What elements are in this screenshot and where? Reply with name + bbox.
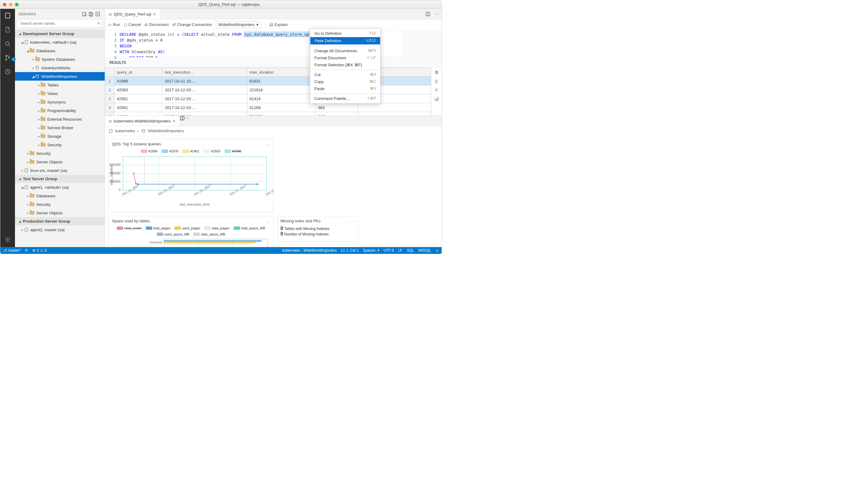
new-connection-icon[interactable]: [81, 11, 87, 18]
save-excel-icon[interactable]: ⎘: [435, 88, 438, 92]
window-controls[interactable]: [3, 3, 19, 6]
tree-item[interactable]: ▸Synonyms: [15, 98, 105, 106]
new-group-icon[interactable]: [87, 11, 94, 18]
save-json-icon[interactable]: {}: [435, 79, 438, 83]
provider[interactable]: MSSQL: [418, 248, 431, 252]
context-menu-item[interactable]: Format Selection [⌘K ⌘F]: [310, 62, 380, 68]
split-editor-icon[interactable]: [423, 9, 432, 19]
editor-tab[interactable]: ≣ QDS_Query_Perf.sql ✕: [105, 9, 160, 19]
history-icon[interactable]: [3, 68, 12, 76]
maximize-window-icon[interactable]: [15, 3, 19, 6]
tree-item[interactable]: ▸External Resources: [15, 115, 105, 123]
sync-icon[interactable]: ⟳: [25, 248, 28, 252]
tree-item[interactable]: ▸Service Broker: [15, 123, 105, 132]
server-group-header[interactable]: ◢Production Server Group: [15, 217, 105, 225]
explain-button[interactable]: 品 Explain: [269, 22, 288, 27]
folder-icon: [41, 109, 46, 113]
database-node-selected[interactable]: ◢WideWorldImporters: [15, 72, 105, 81]
tree-item[interactable]: ▸Security: [15, 149, 105, 157]
tree-item[interactable]: ▸System Databases: [15, 55, 105, 64]
table-row[interactable]: 2425632017-10-12 03:…221918665: [105, 85, 431, 94]
close-window-icon[interactable]: [3, 3, 6, 6]
svg-text:0: 0: [119, 188, 121, 192]
file-icon[interactable]: [3, 25, 12, 34]
database-select[interactable]: WideWorldImporters ▾: [216, 21, 262, 28]
context-menu-item[interactable]: Peek Definition⌥F12: [310, 37, 380, 45]
tree-item[interactable]: ▸Programmability: [15, 106, 105, 115]
run-button[interactable]: ▷ Run: [109, 22, 120, 27]
server-tree[interactable]: ◢Development Server Group ◢kubernetes, <…: [15, 30, 105, 247]
tree-item[interactable]: ▸Server Objects: [15, 208, 105, 217]
tree-item[interactable]: ▸Databases: [15, 192, 105, 200]
breadcrumb[interactable]: kubernetes › WideWorldImporters: [105, 126, 442, 136]
tree-item[interactable]: ▸Tables: [15, 81, 105, 89]
column-header[interactable]: last_execution…: [162, 68, 247, 77]
server-node[interactable]: ◢kubernetes, <default> (sa): [15, 38, 105, 46]
widget-more-icon[interactable]: …: [351, 219, 355, 223]
server-search-input[interactable]: [18, 19, 102, 28]
split-editor-icon[interactable]: [180, 116, 185, 126]
context-menu-item[interactable]: Go to DefinitionF12: [310, 30, 380, 37]
context-menu-item[interactable]: Paste⌘V: [310, 85, 380, 92]
context-menu-item[interactable]: Cut⌘X: [310, 71, 380, 78]
feedback-icon[interactable]: ☺: [436, 248, 439, 252]
servers-icon[interactable]: [3, 11, 12, 20]
minimize-window-icon[interactable]: [9, 3, 12, 6]
settings-gear-icon[interactable]: [3, 236, 12, 244]
dashboard-tab[interactable]: ≣ kubernetes:WideWorldImporters ✕: [105, 116, 180, 126]
server-group-header[interactable]: ◢Test Server Group: [15, 175, 105, 183]
context-menu-item[interactable]: Change All Occurrences⌘F2: [310, 47, 380, 54]
widget-more-icon[interactable]: …: [266, 142, 270, 146]
table-row[interactable]: 1419962017-10-11 10:…61931525: [105, 77, 431, 85]
svg-point-25: [142, 129, 144, 130]
server-group-header[interactable]: ◢Development Server Group: [15, 30, 105, 38]
cursor-position[interactable]: Ln 1, Col 1: [341, 248, 359, 252]
change-connection-button[interactable]: ⇄ Change Connection: [173, 22, 212, 27]
more-actions-icon[interactable]: ⋯: [432, 9, 442, 19]
tree-item[interactable]: ▸Security: [15, 200, 105, 208]
eol[interactable]: LF: [398, 248, 402, 252]
clear-search-icon[interactable]: ✕: [97, 21, 100, 26]
server-node[interactable]: ▸linux-vm, master (sa): [15, 166, 105, 175]
minimap[interactable]: [402, 30, 442, 57]
databases-folder[interactable]: ◢Databases: [15, 46, 105, 55]
chart-icon[interactable]: 📊: [434, 97, 439, 101]
git-branch[interactable]: ⎇ master*: [3, 248, 21, 252]
server-node[interactable]: ◢agent1, <default> (sa): [15, 183, 105, 192]
folder-icon: [41, 134, 46, 138]
column-header[interactable]: query_id: [114, 68, 162, 77]
close-tab-icon[interactable]: ✕: [153, 12, 156, 17]
table-row[interactable]: 3425612017-10-12 03:…61414663: [105, 94, 431, 103]
results-grid[interactable]: query_id last_execution… max_duration pl…: [105, 68, 431, 116]
line-chart[interactable]: 0 200000 400000 600000 Oct 11, 2017 Oct …: [109, 155, 274, 207]
tree-item[interactable]: ▸Security: [15, 141, 105, 149]
problems[interactable]: ⊗ 0 ⚠ 0: [32, 248, 46, 252]
indent[interactable]: Spaces: 4: [363, 248, 379, 252]
connection-status[interactable]: kubernetes : WideWorldImporters: [282, 248, 337, 252]
more-actions-icon[interactable]: ⋯: [185, 116, 189, 126]
database-node[interactable]: ▸AdventureWorks: [15, 64, 105, 72]
editor-context-menu[interactable]: Go to DefinitionF12Peek Definition⌥F12Ch…: [310, 28, 380, 103]
close-tab-icon[interactable]: ✕: [173, 119, 176, 123]
svg-text:Oct 19, 2017: Oct 19, 2017: [265, 183, 274, 196]
server-node[interactable]: ▸agent2, master (sa): [15, 225, 105, 234]
context-menu-item[interactable]: Format Document⇧⌥F: [310, 54, 380, 62]
disconnect-button[interactable]: ⊘ Disconnect: [144, 22, 168, 27]
context-menu-item[interactable]: Copy⌘C: [310, 78, 380, 85]
context-menu-item[interactable]: Command Palette...⇧⌘P: [310, 95, 380, 102]
sql-editor[interactable]: 12345 DECLARE @qds_status int = (SELECT …: [105, 30, 442, 58]
language[interactable]: SQL: [407, 248, 414, 252]
encoding[interactable]: UTF-8: [384, 248, 394, 252]
tree-item[interactable]: ▸Server Objects: [15, 157, 105, 166]
active-connections-icon[interactable]: [94, 11, 101, 18]
tree-item[interactable]: ▸Views: [15, 89, 105, 98]
widget-more-icon[interactable]: …: [266, 219, 270, 223]
save-csv-icon[interactable]: 🗑: [435, 70, 439, 75]
column-header[interactable]: max_duration: [247, 68, 316, 77]
source-control-icon[interactable]: 1: [3, 53, 12, 62]
table-row[interactable]: 4425612017-10-12 03:…51169663: [105, 103, 431, 112]
bar-chart[interactable]: Invoices ColdRoomTemperatures_Archive In…: [109, 238, 274, 247]
search-icon[interactable]: [3, 40, 12, 48]
table-row[interactable]: 5425632017-10-12 03:…563056665: [105, 112, 431, 116]
tree-item[interactable]: ▸Storage: [15, 132, 105, 141]
